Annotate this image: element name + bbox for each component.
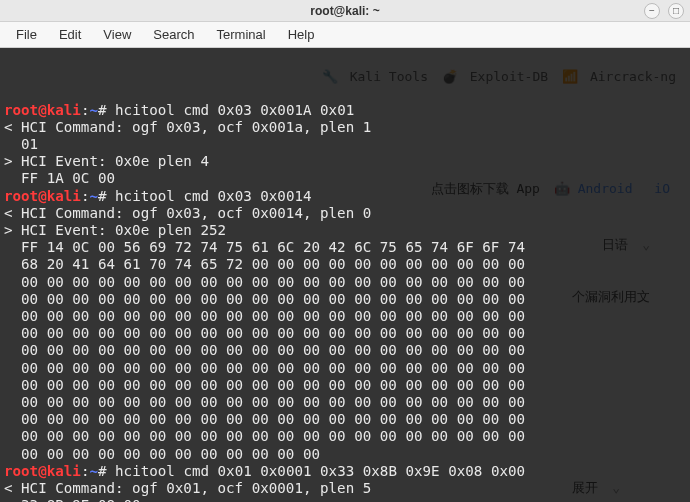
terminal-output-line: 01: [4, 136, 686, 153]
command-text: hcitool cmd 0x03 0x001A 0x01: [115, 102, 354, 118]
prompt-userhost: root@kali: [4, 188, 81, 204]
menu-file[interactable]: File: [6, 24, 47, 45]
terminal-output-line: 68 20 41 64 61 70 74 65 72 00 00 00 00 0…: [4, 256, 686, 273]
command-text: hcitool cmd 0x03 0x0014: [115, 188, 311, 204]
terminal-output-line: > HCI Event: 0x0e plen 252: [4, 222, 686, 239]
minimize-button[interactable]: −: [644, 3, 660, 19]
terminal-output-line: 33 8B 9E 08 00: [4, 497, 686, 502]
prompt-hash: #: [98, 188, 115, 204]
bg-tool-kali: 🔧 Kali Tools: [322, 68, 428, 85]
prompt-path: ~: [89, 188, 98, 204]
terminal-output-line: 00 00 00 00 00 00 00 00 00 00 00 00: [4, 446, 686, 463]
terminal-output: root@kali:~# hcitool cmd 0x03 0x001A 0x0…: [4, 102, 686, 502]
menu-help[interactable]: Help: [278, 24, 325, 45]
terminal-output-line: < HCI Command: ogf 0x03, ocf 0x001a, ple…: [4, 119, 686, 136]
terminal-output-line: 00 00 00 00 00 00 00 00 00 00 00 00 00 0…: [4, 411, 686, 428]
terminal-output-line: 00 00 00 00 00 00 00 00 00 00 00 00 00 0…: [4, 377, 686, 394]
menubar: File Edit View Search Terminal Help: [0, 22, 690, 48]
terminal-output-line: < HCI Command: ogf 0x01, ocf 0x0001, ple…: [4, 480, 686, 497]
menu-search[interactable]: Search: [143, 24, 204, 45]
command-text: hcitool cmd 0x01 0x0001 0x33 0x8B 0x9E 0…: [115, 463, 525, 479]
menu-terminal[interactable]: Terminal: [207, 24, 276, 45]
prompt-path: ~: [89, 463, 98, 479]
terminal-output-line: FF 1A 0C 00: [4, 170, 686, 187]
prompt-userhost: root@kali: [4, 463, 81, 479]
terminal-output-line: FF 14 0C 00 56 69 72 74 75 61 6C 20 42 6…: [4, 239, 686, 256]
prompt-path: ~: [89, 102, 98, 118]
terminal-line: root@kali:~# hcitool cmd 0x03 0x001A 0x0…: [4, 102, 686, 119]
window-controls: − □: [644, 3, 684, 19]
terminal-output-line: 00 00 00 00 00 00 00 00 00 00 00 00 00 0…: [4, 274, 686, 291]
terminal-pane[interactable]: 🔧 Kali Tools 💣 Exploit-DB 📶 Aircrack-ng …: [0, 48, 690, 502]
window-titlebar: root@kali: ~ − □: [0, 0, 690, 22]
bg-tool-aircrack: 📶 Aircrack-ng: [562, 68, 676, 85]
terminal-line: root@kali:~# hcitool cmd 0x01 0x0001 0x3…: [4, 463, 686, 480]
terminal-output-line: < HCI Command: ogf 0x03, ocf 0x0014, ple…: [4, 205, 686, 222]
bg-tool-exploitdb: 💣 Exploit-DB: [442, 68, 548, 85]
window-title: root@kali: ~: [310, 4, 379, 18]
terminal-output-line: > HCI Event: 0x0e plen 4: [4, 153, 686, 170]
maximize-button[interactable]: □: [668, 3, 684, 19]
prompt-hash: #: [98, 102, 115, 118]
menu-edit[interactable]: Edit: [49, 24, 91, 45]
terminal-output-line: 00 00 00 00 00 00 00 00 00 00 00 00 00 0…: [4, 342, 686, 359]
terminal-output-line: 00 00 00 00 00 00 00 00 00 00 00 00 00 0…: [4, 291, 686, 308]
terminal-output-line: 00 00 00 00 00 00 00 00 00 00 00 00 00 0…: [4, 325, 686, 342]
prompt-hash: #: [98, 463, 115, 479]
prompt-userhost: root@kali: [4, 102, 81, 118]
menu-view[interactable]: View: [93, 24, 141, 45]
terminal-output-line: 00 00 00 00 00 00 00 00 00 00 00 00 00 0…: [4, 428, 686, 445]
terminal-line: root@kali:~# hcitool cmd 0x03 0x0014: [4, 188, 686, 205]
terminal-output-line: 00 00 00 00 00 00 00 00 00 00 00 00 00 0…: [4, 394, 686, 411]
terminal-output-line: 00 00 00 00 00 00 00 00 00 00 00 00 00 0…: [4, 360, 686, 377]
terminal-output-line: 00 00 00 00 00 00 00 00 00 00 00 00 00 0…: [4, 308, 686, 325]
